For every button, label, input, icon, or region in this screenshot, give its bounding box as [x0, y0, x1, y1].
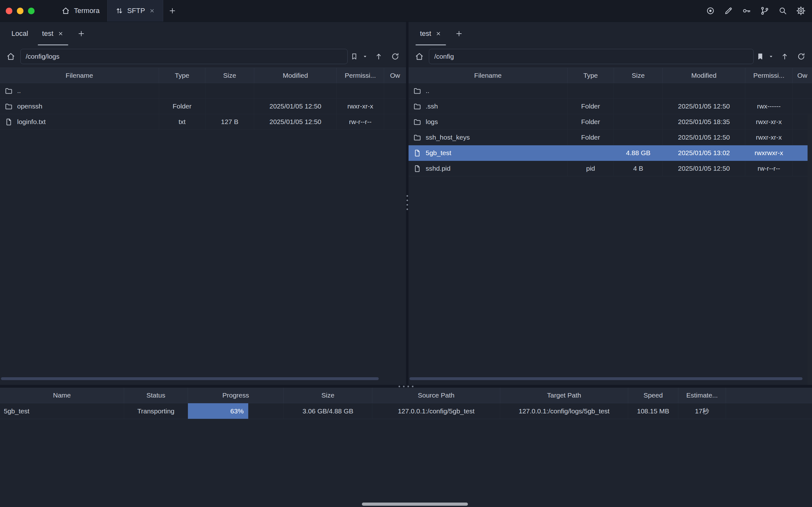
file-modified: 2025/01/05 12:50 — [663, 161, 745, 176]
file-row[interactable]: sshd.pid pid 4 B 2025/01/05 12:50 rw-r--… — [409, 161, 812, 176]
file-permissions: rwxr-xr-x — [337, 99, 384, 114]
file-size — [614, 114, 663, 129]
right-file-table: Filename Type Size Modified Permissi... … — [409, 68, 812, 385]
file-row-parent[interactable]: .. — [0, 83, 406, 99]
close-window-button[interactable] — [6, 8, 12, 14]
forwarding-button[interactable] — [759, 5, 770, 16]
file-row[interactable]: loginfo.txt txt 127 B 2025/01/05 12:50 r… — [0, 114, 406, 130]
file-type: Folder — [567, 114, 614, 129]
tab-test-left[interactable]: test — [35, 22, 71, 45]
file-row[interactable]: logs Folder 2025/01/05 18:35 rwxr-xr-x — [409, 114, 812, 130]
transfer-status: Transporting — [124, 403, 188, 419]
bookmark-menu-button[interactable] — [361, 50, 369, 63]
column-header-name: Name — [0, 388, 124, 403]
tab-local[interactable]: Local — [4, 22, 35, 45]
plus-icon — [77, 30, 86, 38]
parent-directory-button[interactable] — [372, 50, 386, 63]
add-session-tab-button[interactable] — [450, 22, 468, 45]
file-permissions: rwxr-xr-x — [745, 114, 793, 129]
file-row[interactable]: .ssh Folder 2025/01/05 12:50 rwx------ — [409, 99, 812, 114]
bookmark-icon — [350, 52, 359, 61]
record-button[interactable] — [705, 5, 716, 16]
titlebar-actions — [705, 0, 812, 21]
file-size: 127 B — [205, 114, 254, 129]
column-header-filename[interactable]: Filename — [0, 68, 159, 83]
transfer-row-spacer — [726, 403, 812, 419]
refresh-button[interactable] — [794, 50, 808, 63]
tab-sftp[interactable]: SFTP — [107, 0, 163, 21]
transfer-row[interactable]: 5gb_test Transporting 63% 3.06 GB/4.88 G… — [0, 403, 812, 419]
column-header-modified[interactable]: Modified — [663, 68, 745, 83]
column-header-owner[interactable]: Ow — [384, 68, 406, 83]
app-window: Termora SFTP Local — [0, 0, 812, 507]
refresh-icon — [797, 52, 806, 61]
left-file-table: Filename Type Size Modified Permissi... … — [0, 68, 406, 385]
file-modified: 2025/01/05 13:02 — [663, 145, 745, 161]
edit-button[interactable] — [723, 5, 734, 16]
column-header-type[interactable]: Type — [567, 68, 614, 83]
refresh-button[interactable] — [388, 50, 402, 63]
parent-directory-button[interactable] — [778, 50, 792, 63]
folder-icon — [413, 87, 422, 95]
left-pathbar — [0, 45, 406, 68]
tab-sftp-label: SFTP — [127, 7, 145, 15]
pane-splitter[interactable] — [406, 22, 409, 385]
transfer-name: 5gb_test — [0, 403, 124, 419]
file-permissions: rw-r--r-- — [745, 161, 793, 176]
home-button[interactable] — [4, 50, 18, 63]
zoom-window-button[interactable] — [28, 8, 35, 14]
bookmark-button[interactable] — [350, 50, 359, 63]
home-button[interactable] — [412, 50, 426, 63]
column-header-modified[interactable]: Modified — [254, 68, 337, 83]
filename: ssh_host_keys — [426, 133, 470, 141]
close-icon — [149, 8, 155, 14]
file-size — [614, 130, 663, 145]
path-input[interactable] — [20, 49, 347, 64]
search-button[interactable] — [777, 5, 788, 16]
close-icon[interactable] — [435, 31, 442, 37]
horizontal-scrollbar[interactable] — [1, 377, 379, 380]
tab-termora[interactable]: Termora — [54, 0, 107, 21]
keys-button[interactable] — [741, 5, 752, 16]
column-header-permissions[interactable]: Permissi... — [745, 68, 793, 83]
filename: openssh — [17, 103, 42, 110]
overlay-scrollbar-thumb[interactable] — [362, 503, 468, 506]
file-owner — [384, 99, 406, 114]
column-header-type[interactable]: Type — [159, 68, 205, 83]
path-input[interactable] — [429, 49, 754, 64]
column-header-permissions[interactable]: Permissi... — [337, 68, 384, 83]
tab-test-right[interactable]: test — [413, 22, 448, 45]
column-header-progress: Progress — [188, 388, 284, 403]
folder-icon — [4, 87, 13, 95]
left-pane-tabs: Local test — [0, 22, 406, 45]
close-icon[interactable] — [57, 31, 64, 37]
file-modified: 2025/01/05 12:50 — [663, 99, 745, 114]
column-header-owner[interactable]: Ow — [793, 68, 812, 83]
horizontal-scrollbar[interactable] — [410, 377, 803, 380]
add-session-tab-button[interactable] — [73, 22, 90, 45]
vertical-scrollbar-track[interactable] — [808, 113, 812, 385]
new-window-tab-button[interactable] — [163, 0, 181, 21]
file-row-selected[interactable]: 5gb_test 4.88 GB 2025/01/05 13:02 rwxrwx… — [409, 145, 812, 161]
file-modified: 2025/01/05 18:35 — [663, 114, 745, 129]
column-header-size[interactable]: Size — [205, 68, 254, 83]
right-file-pane: test Filename Type Size — [409, 22, 812, 385]
bookmark-button[interactable] — [756, 50, 764, 63]
file-row-parent[interactable]: .. — [409, 83, 812, 99]
minimize-window-button[interactable] — [17, 8, 23, 14]
column-header-speed: Speed — [628, 388, 679, 403]
transfers-table-header: Name Status Progress Size Source Path Ta… — [0, 388, 812, 403]
file-row[interactable]: ssh_host_keys Folder 2025/01/05 12:50 rw… — [409, 130, 812, 145]
tab-test-label: test — [42, 30, 53, 38]
tab-sftp-close-button[interactable] — [149, 8, 155, 14]
column-header-size[interactable]: Size — [614, 68, 663, 83]
settings-button[interactable] — [796, 5, 806, 16]
file-size: 4 B — [614, 161, 663, 176]
column-header-filename[interactable]: Filename — [409, 68, 567, 83]
file-permissions: rwx------ — [745, 99, 793, 114]
transfers-splitter[interactable] — [0, 385, 812, 388]
bookmark-menu-button[interactable] — [767, 50, 775, 63]
file-row[interactable]: openssh Folder 2025/01/05 12:50 rwxr-xr-… — [0, 99, 406, 114]
file-icon — [413, 149, 422, 157]
transfer-estimate: 17秒 — [679, 403, 726, 419]
